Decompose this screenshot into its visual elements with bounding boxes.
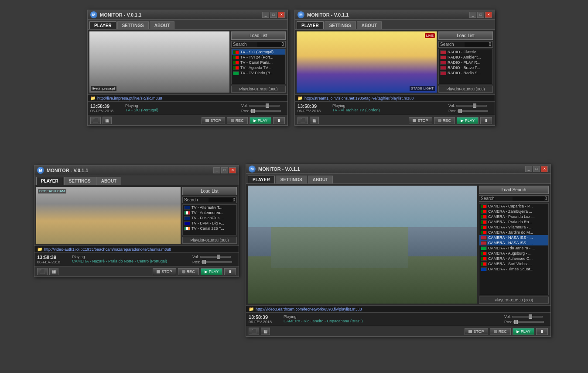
channel-item-4-2[interactable]: CAMERA - Praia da Luz ...: [479, 214, 548, 219]
load-list-btn-2[interactable]: Load List: [438, 31, 493, 40]
close-btn-4[interactable]: ✕: [541, 166, 548, 172]
title-bar-4[interactable]: M MONITOR - V.0.1.1 _ □ ✕: [246, 164, 550, 174]
rec-btn-1[interactable]: REC: [227, 117, 248, 124]
rec-btn-4[interactable]: REC: [490, 328, 511, 335]
play-btn-3[interactable]: ▶ PLAY: [201, 268, 222, 275]
channel-item-1-4[interactable]: TV - TV Diario (B...: [232, 70, 285, 76]
rec-btn-3[interactable]: REC: [178, 268, 199, 275]
channel-item-4-12[interactable]: CAMERA - Times Squar...: [479, 266, 548, 272]
pause-btn-4[interactable]: ⏸: [536, 328, 548, 335]
channel-item-4-7[interactable]: CAMERA - NASA ISS - ...: [479, 240, 548, 245]
tab-player-3[interactable]: PLAYER: [36, 177, 63, 185]
minimize-btn-3[interactable]: _: [213, 167, 220, 173]
channel-item-2-3[interactable]: RADIO - Bravo F...: [439, 65, 492, 70]
tab-settings-3[interactable]: SETTINGS: [64, 177, 96, 185]
pos-slider-4[interactable]: [513, 321, 544, 323]
screen-btn-4[interactable]: ⬛: [249, 328, 259, 335]
tab-player-1[interactable]: PLAYER: [89, 21, 116, 29]
close-btn-1[interactable]: ✕: [278, 12, 285, 18]
channel-item-1-2[interactable]: TV - Canal Parla...: [232, 60, 285, 65]
tab-about-1[interactable]: ABOUT: [150, 21, 175, 29]
tab-settings-2[interactable]: SETTINGS: [325, 21, 356, 29]
load-list-btn-1[interactable]: Load List: [231, 31, 286, 40]
channel-item-1-0[interactable]: TV - SiC (Portugal): [232, 49, 285, 55]
search-input-3[interactable]: [209, 198, 233, 202]
maximize-btn-3[interactable]: □: [221, 167, 228, 173]
pause-btn-2[interactable]: ⏸: [480, 117, 492, 124]
tab-settings-1[interactable]: SETTINGS: [117, 21, 149, 29]
screen-btn-1[interactable]: ⬛: [90, 117, 101, 124]
channel-item-3-1[interactable]: TV - Antennereu...: [183, 210, 236, 215]
load-list-btn-4[interactable]: Load Search: [479, 186, 549, 194]
title-bar-1[interactable]: M MONITOR - V.0.1.1 _ □ ✕: [88, 10, 287, 20]
channel-item-1-1[interactable]: TV - TVI 24 (Port...: [232, 55, 285, 60]
stop-btn-3[interactable]: STOP: [153, 268, 176, 275]
pause-btn-3[interactable]: ⏸: [224, 268, 236, 275]
pos-slider-2[interactable]: [458, 110, 488, 112]
vol-slider-3[interactable]: [200, 256, 231, 258]
vol-slider-4[interactable]: [512, 316, 543, 318]
film-btn-3[interactable]: ▦: [49, 268, 58, 275]
film-btn-1[interactable]: ▦: [103, 117, 112, 124]
tab-player-4[interactable]: PLAYER: [248, 176, 275, 183]
channel-item-2-2[interactable]: RADIO - PLAY R...: [439, 60, 492, 65]
channel-item-2-1[interactable]: RADIO - Ambient...: [439, 55, 492, 60]
close-btn-3[interactable]: ✕: [229, 167, 236, 173]
channel-item-4-9[interactable]: CAMERA - Augsburg - ...: [479, 251, 548, 256]
pause-btn-1[interactable]: ⏸: [273, 117, 285, 124]
play-btn-4[interactable]: ▶ PLAY: [513, 328, 534, 335]
channel-list-4[interactable]: CAMERA - Caparica - P... CAMERA - Zambuj…: [479, 203, 549, 295]
tab-settings-4[interactable]: SETTINGS: [276, 176, 307, 183]
stop-btn-4[interactable]: STOP: [465, 328, 488, 335]
minimize-btn-2[interactable]: _: [469, 12, 476, 18]
maximize-btn-2[interactable]: □: [477, 12, 484, 18]
rec-btn-2[interactable]: REC: [434, 117, 455, 124]
tab-about-4[interactable]: ABOUT: [308, 176, 333, 183]
tab-about-2[interactable]: ABOUT: [357, 21, 382, 29]
channel-item-4-0[interactable]: CAMERA - Caparica - P...: [479, 204, 548, 209]
play-btn-1[interactable]: ▶ PLAY: [250, 117, 271, 124]
pos-slider-1[interactable]: [250, 110, 281, 112]
minimize-btn-1[interactable]: _: [262, 12, 269, 18]
channel-item-4-5[interactable]: CAMERA - Jardim do M...: [479, 230, 548, 235]
channel-item-1-3[interactable]: TV - Agueda TV ...: [232, 65, 285, 70]
channel-item-3-4[interactable]: TV - Canal 225 T...: [183, 226, 236, 231]
channel-list-3[interactable]: TV - Alternativ T... TV - Antennereu... …: [182, 204, 237, 235]
stop-btn-1[interactable]: STOP: [202, 117, 225, 124]
minimize-btn-4[interactable]: _: [525, 166, 532, 172]
maximize-btn-4[interactable]: □: [533, 166, 540, 172]
screen-btn-2[interactable]: ⬛: [297, 117, 308, 124]
channel-item-2-0[interactable]: RADIO - Classic ...: [439, 49, 492, 55]
channel-item-4-8[interactable]: CAMERA - Rio Janeiro - ...: [479, 245, 548, 251]
channel-item-4-6[interactable]: CAMERA - NASA ISS - ...: [479, 235, 548, 240]
film-btn-2[interactable]: ▦: [310, 117, 319, 124]
channel-item-3-3[interactable]: TV - BPM - Big P...: [183, 221, 236, 226]
search-input-2[interactable]: [465, 42, 489, 47]
channel-item-4-4[interactable]: CAMERA - Vilamoura - ...: [479, 224, 548, 230]
channel-item-2-4[interactable]: RADIO - Radio S...: [439, 70, 492, 76]
pos-slider-3[interactable]: [202, 261, 232, 263]
screen-btn-3[interactable]: ⬛: [37, 268, 48, 275]
load-list-btn-3[interactable]: Load List: [182, 187, 237, 195]
film-btn-4[interactable]: ▦: [261, 328, 270, 335]
maximize-btn-1[interactable]: □: [270, 12, 277, 18]
title-bar-3[interactable]: M MONITOR - V.0.1.1 _ □ ✕: [34, 166, 239, 175]
search-input-1[interactable]: [257, 42, 282, 47]
channel-item-3-0[interactable]: TV - Alternativ T...: [183, 205, 236, 210]
channel-item-4-11[interactable]: CAMERA - Surf Webca...: [479, 261, 548, 266]
channel-list-2[interactable]: RADIO - Classic ... RADIO - Ambient... R…: [438, 49, 493, 84]
close-btn-2[interactable]: ✕: [485, 12, 492, 18]
tab-about-3[interactable]: ABOUT: [96, 177, 122, 185]
vol-slider-2[interactable]: [456, 105, 487, 107]
search-input-4[interactable]: [513, 197, 544, 201]
title-bar-2[interactable]: M MONITOR - V.0.1.1 _ □ ✕: [295, 10, 495, 20]
vol-slider-1[interactable]: [249, 105, 280, 107]
channel-item-4-1[interactable]: CAMERA - Zambujeira ...: [479, 209, 548, 214]
channel-item-3-2[interactable]: TV - FusionPlus ...: [183, 215, 236, 221]
channel-item-4-3[interactable]: CAMERA - Praia da Ro...: [479, 219, 548, 224]
play-btn-2[interactable]: ▶ PLAY: [457, 117, 479, 124]
tab-player-2[interactable]: PLAYER: [297, 21, 324, 29]
stop-btn-2[interactable]: STOP: [409, 117, 432, 124]
channel-item-4-10[interactable]: CAMERA - Achensee C...: [479, 256, 548, 261]
channel-list-1[interactable]: TV - SiC (Portugal) TV - TVI 24 (Port...…: [231, 49, 286, 84]
